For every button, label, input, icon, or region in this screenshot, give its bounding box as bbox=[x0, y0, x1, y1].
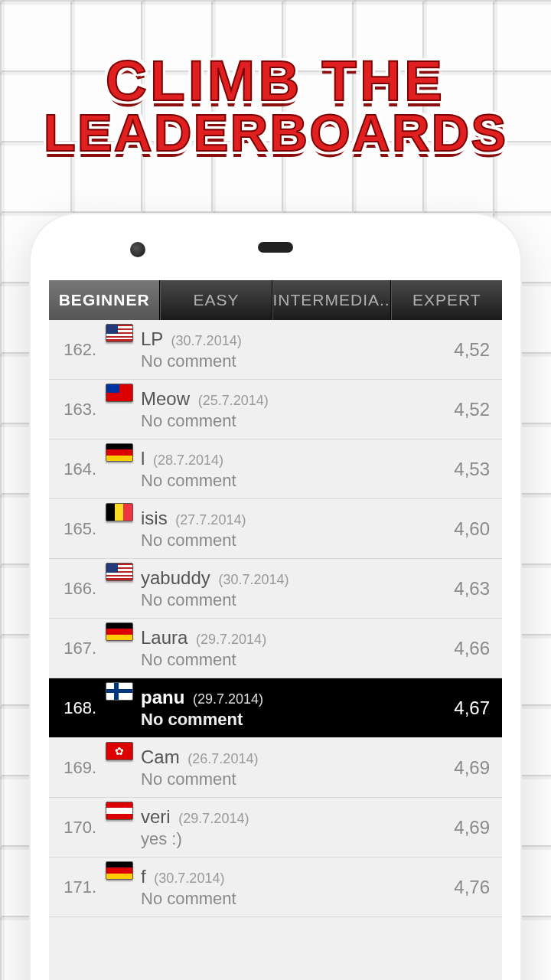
leaderboard-row[interactable]: 167.Laura (29.7.2014)No comment4,66 bbox=[49, 619, 502, 678]
tab-beginner[interactable]: BEGINNER bbox=[49, 280, 160, 320]
headline-line-2: LEADERBOARDS bbox=[0, 108, 551, 158]
rank-number: 166. bbox=[52, 579, 99, 599]
fi-flag-icon bbox=[106, 682, 133, 701]
rank-number: 167. bbox=[52, 639, 99, 658]
score-value: 4,69 bbox=[454, 757, 496, 779]
player-name: LP bbox=[141, 328, 168, 349]
score-value: 4,52 bbox=[454, 339, 496, 361]
entry-comment: No comment bbox=[141, 530, 454, 551]
leaderboard-row[interactable]: 170.veri (29.7.2014)yes :)4,69 bbox=[49, 798, 502, 858]
leaderboard-row[interactable]: 166.yabuddy (30.7.2014)No comment4,63 bbox=[49, 559, 502, 619]
tab-easy[interactable]: EASY bbox=[160, 280, 272, 320]
de-flag-icon bbox=[106, 622, 133, 641]
row-content: isis (27.7.2014)No comment bbox=[141, 507, 454, 551]
leaderboard-row[interactable]: 168.panu (29.7.2014)No comment4,67 bbox=[49, 678, 502, 738]
score-value: 4,76 bbox=[454, 877, 496, 898]
entry-comment: No comment bbox=[141, 410, 454, 432]
rank-number: 169. bbox=[52, 758, 99, 778]
entry-comment: No comment bbox=[141, 590, 454, 611]
rank-number: 171. bbox=[52, 877, 99, 897]
leaderboard-row[interactable]: 163.Meow (25.7.2014)No comment4,52 bbox=[49, 380, 502, 439]
row-content: LP (30.7.2014)No comment bbox=[141, 328, 454, 372]
score-value: 4,66 bbox=[454, 638, 496, 659]
entry-date: (28.7.2014) bbox=[153, 452, 223, 468]
row-content: Laura (29.7.2014)No comment bbox=[141, 626, 454, 671]
entry-date: (26.7.2014) bbox=[187, 751, 258, 766]
leaderboard-list[interactable]: 162.LP (30.7.2014)No comment4,52163.Meow… bbox=[49, 320, 502, 917]
row-content: f (30.7.2014)No comment bbox=[141, 865, 454, 910]
row-content: panu (29.7.2014)No comment bbox=[141, 686, 454, 730]
player-name: panu bbox=[141, 687, 190, 707]
score-value: 4,53 bbox=[454, 459, 496, 480]
us-flag-icon bbox=[106, 563, 133, 581]
de-flag-icon bbox=[106, 861, 133, 880]
hk-flag-icon bbox=[106, 742, 133, 760]
entry-comment: No comment bbox=[141, 351, 454, 372]
headline-line-1: CLIMB THE bbox=[0, 54, 551, 108]
entry-comment: yes :) bbox=[141, 828, 454, 850]
app-screen: BEGINNEREASYINTERMEDIA..EXPERT 162.LP (3… bbox=[49, 280, 502, 980]
rank-number: 165. bbox=[52, 519, 99, 539]
rank-number: 163. bbox=[52, 400, 99, 420]
phone-camera-icon bbox=[130, 242, 145, 257]
entry-comment: No comment bbox=[141, 769, 454, 790]
player-name: yabuddy bbox=[141, 567, 215, 588]
player-name: veri bbox=[141, 806, 175, 827]
leaderboard-row[interactable]: 169.Cam (26.7.2014)No comment4,69 bbox=[49, 738, 502, 798]
leaderboard-row[interactable]: 165.isis (27.7.2014)No comment4,60 bbox=[49, 499, 502, 559]
difficulty-tabs: BEGINNEREASYINTERMEDIA..EXPERT bbox=[49, 280, 502, 320]
entry-date: (30.7.2014) bbox=[154, 871, 224, 886]
row-content: Meow (25.7.2014)No comment bbox=[141, 387, 454, 432]
score-value: 4,67 bbox=[454, 697, 496, 719]
entry-date: (30.7.2014) bbox=[171, 333, 242, 348]
row-content: veri (29.7.2014)yes :) bbox=[141, 805, 454, 850]
player-name: isis bbox=[141, 508, 172, 528]
player-name: Meow bbox=[141, 388, 195, 409]
rank-number: 162. bbox=[52, 340, 99, 360]
rank-number: 170. bbox=[52, 818, 99, 838]
entry-date: (25.7.2014) bbox=[198, 393, 269, 408]
entry-comment: No comment bbox=[141, 888, 454, 910]
row-content: l (28.7.2014)No comment bbox=[141, 447, 454, 492]
score-value: 4,52 bbox=[454, 399, 496, 420]
score-value: 4,60 bbox=[454, 518, 496, 540]
leaderboard-row[interactable]: 164.l (28.7.2014)No comment4,53 bbox=[49, 439, 502, 499]
us-flag-icon bbox=[106, 324, 133, 342]
tab-expert[interactable]: EXPERT bbox=[391, 280, 502, 320]
entry-date: (27.7.2014) bbox=[175, 512, 246, 528]
entry-date: (29.7.2014) bbox=[178, 811, 249, 826]
rank-number: 168. bbox=[52, 698, 99, 718]
entry-date: (29.7.2014) bbox=[196, 632, 266, 647]
entry-date: (30.7.2014) bbox=[218, 572, 289, 587]
entry-comment: No comment bbox=[141, 709, 454, 730]
de-flag-icon bbox=[106, 443, 133, 462]
rank-number: 164. bbox=[52, 459, 99, 479]
entry-comment: No comment bbox=[141, 470, 454, 492]
row-content: yabuddy (30.7.2014)No comment bbox=[141, 567, 454, 611]
score-value: 4,69 bbox=[454, 817, 496, 838]
player-name: f bbox=[141, 866, 151, 887]
tw-flag-icon bbox=[106, 384, 133, 402]
tab-intermedia[interactable]: INTERMEDIA.. bbox=[272, 280, 391, 320]
leaderboard-row[interactable]: 171.f (30.7.2014)No comment4,76 bbox=[49, 858, 502, 917]
score-value: 4,63 bbox=[454, 578, 496, 599]
at-flag-icon bbox=[106, 802, 133, 820]
phone-frame: BEGINNEREASYINTERMEDIA..EXPERT 162.LP (3… bbox=[31, 214, 520, 980]
player-name: l bbox=[141, 448, 150, 469]
leaderboard-row[interactable]: 162.LP (30.7.2014)No comment4,52 bbox=[49, 320, 502, 380]
player-name: Laura bbox=[141, 627, 193, 648]
row-content: Cam (26.7.2014)No comment bbox=[141, 746, 454, 790]
be-flag-icon bbox=[106, 503, 133, 521]
promo-headline: CLIMB THE LEADERBOARDS bbox=[0, 0, 551, 158]
entry-date: (29.7.2014) bbox=[193, 691, 263, 707]
entry-comment: No comment bbox=[141, 649, 454, 671]
phone-speaker-icon bbox=[258, 242, 293, 253]
player-name: Cam bbox=[141, 746, 184, 767]
